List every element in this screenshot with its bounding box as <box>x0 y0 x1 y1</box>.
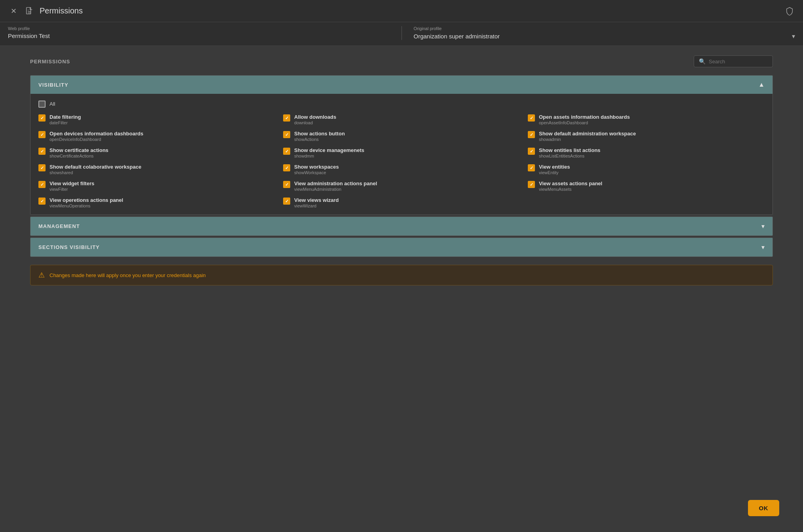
visibility-section: VISIBILITY ▲ All ✓Date filteringdateFilt… <box>30 75 773 215</box>
permission-key: showWorkspace <box>294 170 339 175</box>
top-bar: ✕ Permissions <box>0 0 803 22</box>
permission-item: ✓View assets actions panelviewMenuAssets <box>528 180 765 192</box>
visibility-section-body: All ✓Date filteringdateFilter✓Allow down… <box>30 94 773 215</box>
permission-key: openDeviceInfoDashboard <box>49 137 143 142</box>
shield-icon <box>784 6 795 17</box>
ok-button[interactable]: OK <box>748 500 780 516</box>
sections-visibility-section: SECTIONS VISIBILITY ▾ <box>30 238 773 257</box>
permission-name: Show default administration workspace <box>539 131 636 137</box>
permission-item: ✓Show actions buttonshowActions <box>283 131 520 142</box>
permission-item: ✓View views wizardviewWizard <box>283 197 520 208</box>
permission-key: openAssetInfoDashboard <box>539 120 630 125</box>
permission-checkbox[interactable]: ✓ <box>528 164 535 171</box>
original-profile-value: Organization super administrator <box>414 33 500 40</box>
permission-key: showshared <box>49 170 141 175</box>
sections-visibility-title: SECTIONS VISIBILITY <box>38 244 100 250</box>
main-content: PERMISSIONS 🔍 VISIBILITY ▲ All ✓Date fil… <box>0 46 803 295</box>
permission-name: Date filtering <box>49 114 81 120</box>
permission-key: viewEntity <box>539 170 570 175</box>
permission-name: View widget filters <box>49 180 94 186</box>
permission-item: ✓Open devices information dashboardsopen… <box>38 131 275 142</box>
permission-checkbox[interactable]: ✓ <box>38 114 46 122</box>
web-profile-label: Web profile <box>8 26 390 31</box>
visibility-section-title: VISIBILITY <box>38 82 69 88</box>
permission-name: Show default colaborative workspace <box>49 164 141 170</box>
notice-text: Changes made here will apply once you en… <box>49 272 206 278</box>
search-box[interactable]: 🔍 <box>694 55 773 67</box>
permission-checkbox[interactable]: ✓ <box>283 164 290 171</box>
permission-name: Show actions button <box>294 131 345 137</box>
permission-item: ✓Open assets information dashboardsopenA… <box>528 114 765 125</box>
permission-checkbox[interactable]: ✓ <box>528 114 535 122</box>
permission-checkbox[interactable]: ✓ <box>283 131 290 138</box>
permission-item: ✓Show device managemenetsshowdmm <box>283 147 520 158</box>
all-row: All <box>38 100 765 108</box>
permission-name: Show workspaces <box>294 164 339 170</box>
close-button[interactable]: ✕ <box>8 6 19 17</box>
permission-key: viewMenuAdministration <box>294 187 377 192</box>
chevron-down-icon: ▾ <box>792 32 795 40</box>
permission-name: Show certificate actions <box>49 147 108 153</box>
permission-name: View views wizard <box>294 197 339 203</box>
sections-visibility-chevron-icon: ▾ <box>761 243 765 251</box>
permission-checkbox[interactable]: ✓ <box>38 198 46 205</box>
permission-key: showListEntitiesActions <box>539 154 600 158</box>
permission-checkbox[interactable]: ✓ <box>528 148 535 155</box>
permission-name: View administration actions panel <box>294 180 377 186</box>
permission-key: download <box>294 120 336 125</box>
web-profile-value: Permission Test <box>8 32 390 39</box>
warning-icon: ⚠ <box>38 271 45 279</box>
permission-name: Open assets information dashboards <box>539 114 630 120</box>
permission-item: ✓Allow downloadsdownload <box>283 114 520 125</box>
search-input[interactable] <box>709 59 768 65</box>
profile-bar: Web profile Permission Test Original pro… <box>0 22 803 46</box>
permission-key: viewMenuOperations <box>49 203 123 208</box>
original-profile-label: Original profile <box>414 26 795 31</box>
permission-item: ✓Show certificate actionsshowCertificate… <box>38 147 275 158</box>
permission-item: ✓Date filteringdateFilter <box>38 114 275 125</box>
permission-name: Allow downloads <box>294 114 336 120</box>
original-profile-select[interactable]: Organization super administrator ▾ <box>414 32 795 40</box>
permission-item: ✓View widget filtersviewFilter <box>38 180 275 192</box>
permission-checkbox[interactable]: ✓ <box>283 148 290 155</box>
all-checkbox[interactable] <box>38 101 46 108</box>
management-section: MANAGEMENT ▾ <box>30 217 773 236</box>
permissions-title: PERMISSIONS <box>30 59 70 65</box>
permission-name: View entities <box>539 164 570 170</box>
notice-bar: ⚠ Changes made here will apply once you … <box>30 265 773 285</box>
permission-checkbox[interactable]: ✓ <box>38 164 46 171</box>
permission-checkbox[interactable]: ✓ <box>283 198 290 205</box>
visibility-chevron-icon: ▲ <box>758 81 765 88</box>
permission-checkbox[interactable]: ✓ <box>283 114 290 122</box>
permission-checkbox[interactable]: ✓ <box>38 181 46 188</box>
permission-item: ✓Show default administration workspacesh… <box>528 131 765 142</box>
permission-checkbox[interactable]: ✓ <box>528 181 535 188</box>
permission-checkbox[interactable]: ✓ <box>38 131 46 138</box>
permission-key: showdmm <box>294 154 364 158</box>
management-chevron-icon: ▾ <box>761 222 765 230</box>
permission-key: dateFilter <box>49 120 81 125</box>
web-profile-field: Web profile Permission Test <box>8 26 390 40</box>
management-section-title: MANAGEMENT <box>38 223 80 229</box>
permission-item: ✓View administration actions panelviewMe… <box>283 180 520 192</box>
search-icon: 🔍 <box>699 58 706 65</box>
original-profile-field: Original profile Organization super admi… <box>414 26 795 40</box>
permission-key: showActions <box>294 137 345 142</box>
permission-name: Show entities list actions <box>539 147 600 153</box>
permission-checkbox[interactable]: ✓ <box>283 181 290 188</box>
permission-name: View operetions actions panel <box>49 197 123 203</box>
visibility-section-header[interactable]: VISIBILITY ▲ <box>30 76 773 94</box>
sections-visibility-header[interactable]: SECTIONS VISIBILITY ▾ <box>30 238 773 256</box>
permission-checkbox[interactable]: ✓ <box>528 131 535 138</box>
management-section-header[interactable]: MANAGEMENT ▾ <box>30 217 773 236</box>
page-title: Permissions <box>40 6 784 15</box>
permission-key: viewWizard <box>294 203 339 208</box>
all-label: All <box>49 101 55 107</box>
permission-checkbox[interactable]: ✓ <box>38 148 46 155</box>
permission-key: viewMenuAssets <box>539 187 602 192</box>
permission-item: ✓View entitiesviewEntity <box>528 164 765 175</box>
permission-item: ✓Show workspacesshowWorkspace <box>283 164 520 175</box>
profile-divider <box>402 26 402 40</box>
permission-item: ✓Show entities list actionsshowListEntit… <box>528 147 765 158</box>
permission-item: ✓Show default colaborative workspaceshow… <box>38 164 275 175</box>
